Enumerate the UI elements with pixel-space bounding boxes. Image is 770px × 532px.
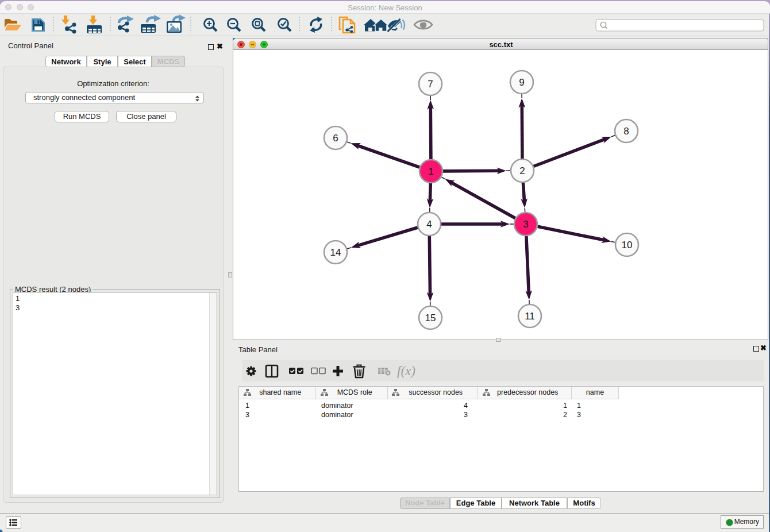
svg-text:2: 2 (519, 165, 525, 176)
svg-text:14: 14 (330, 247, 341, 258)
svg-text:3: 3 (523, 219, 528, 230)
svg-text:4: 4 (426, 219, 432, 230)
svg-text:9: 9 (519, 77, 524, 88)
svg-text:1: 1 (428, 166, 433, 177)
svg-text:8: 8 (623, 126, 629, 137)
svg-text:7: 7 (428, 79, 433, 90)
svg-text:11: 11 (525, 311, 535, 322)
svg-text:f(x): f(x) (397, 364, 415, 378)
svg-text:10: 10 (622, 240, 633, 250)
svg-text:15: 15 (425, 313, 436, 323)
svg-text:6: 6 (333, 133, 338, 144)
